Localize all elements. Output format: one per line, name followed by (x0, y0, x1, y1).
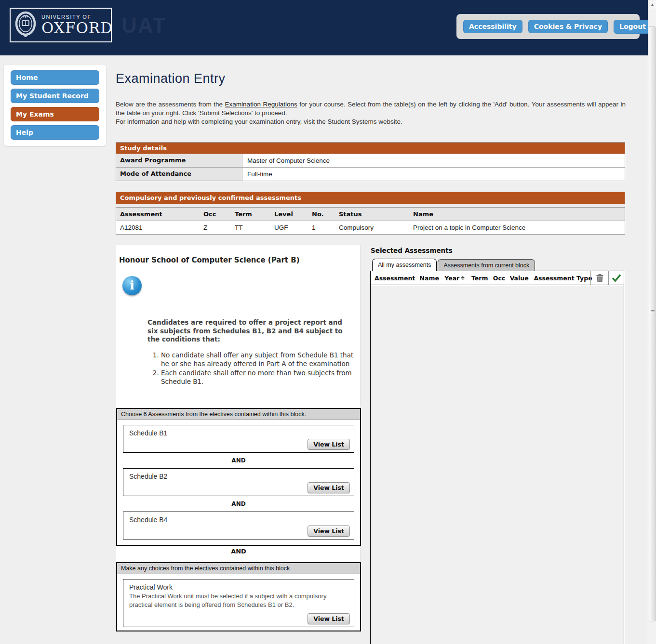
schedule-b1-box: Schedule B1 View List (123, 425, 354, 453)
tab-assessments-from-current-block[interactable]: Assessments from current block (438, 259, 535, 271)
col-level: Level (270, 208, 308, 221)
col-assessment-type: Assessment Type (530, 275, 590, 282)
course-requirements-text: Candidates are required to offer a proje… (147, 318, 349, 344)
oxford-crest-icon (14, 11, 37, 39)
practical-work-box: Practical Work The Practical Work unit m… (123, 579, 354, 627)
and-separator: AND (123, 457, 354, 464)
schedule-b1-label: Schedule B1 (123, 425, 354, 437)
course-conditions-list: No candidate shall offer any subject fro… (147, 351, 354, 387)
intro-text: Below are the assessments from the Exami… (116, 100, 626, 127)
col-occ: Occ (489, 275, 506, 282)
selected-assessments-panel: Selected Assessments All my assessments … (370, 245, 624, 644)
tab-all-my-assessments[interactable]: All my assessments (372, 259, 437, 271)
view-list-button-b4[interactable]: View List (308, 526, 350, 537)
examination-regulations-link[interactable]: Examination Regulations (225, 101, 297, 108)
scroll-up-arrow[interactable]: ▲ (649, 1, 656, 9)
confirmed-assessments-table: Compulsory and previously confirmed asse… (116, 192, 625, 235)
col-assessment: Assessment (116, 208, 200, 221)
confirmed-column-headers: Assessment Occ Term Level No. Status Nam… (116, 207, 625, 221)
mode-of-attendance-label: Mode of Attendance (116, 168, 242, 181)
info-icon[interactable]: i (122, 276, 142, 295)
view-list-button-b2[interactable]: View List (308, 482, 350, 493)
sidebar-item-home[interactable]: Home (11, 70, 99, 85)
vertical-scrollbar[interactable]: ▲ (648, 0, 656, 644)
col-name: Name (416, 275, 441, 282)
scrollbar-thumb[interactable] (649, 26, 656, 621)
practical-work-description: The Practical Work unit must be selected… (123, 592, 354, 609)
cell-occ: Z (200, 221, 231, 234)
confirm-column-header[interactable] (608, 271, 624, 285)
award-programme-value: Master of Computer Science (242, 154, 625, 167)
page-title: Examination Entry (116, 71, 226, 86)
logout-label: Logout (619, 23, 646, 30)
col-name: Name (409, 208, 625, 221)
check-icon (612, 274, 621, 282)
schedule-b2-label: Schedule B2 (123, 469, 354, 480)
oxford-logo[interactable]: UNIVERSITY OF OXFORD (10, 8, 112, 42)
logo-oxford: OXFORD (41, 20, 113, 36)
intro-line2: For information and help with completing… (116, 118, 402, 125)
study-details-header: Study details (116, 143, 625, 154)
schedule-b2-box: Schedule B2 View List (123, 468, 354, 496)
choose-block-header: Choose 6 Assessments from the electives … (117, 409, 360, 420)
table-spacer-row (116, 203, 625, 207)
cell-name: Project on a topic in Computer Science (409, 221, 625, 234)
any-choices-block: Make any choices from the electives cont… (116, 562, 361, 631)
and-separator-between-blocks: AND (116, 548, 361, 555)
choose-assessments-block: Choose 6 Assessments from the electives … (116, 408, 361, 546)
sidebar-item-my-student-record[interactable]: My Student Record (11, 89, 99, 103)
condition-item: Each candidate shall offer no more than … (161, 369, 354, 386)
cell-assessment: A12081 (116, 221, 200, 234)
selected-tabs: All my assessments Assessments from curr… (372, 259, 535, 271)
course-title: Honour School of Computer Science (Part … (119, 256, 300, 264)
selected-column-headers: Assessment Name Year Term Occ Value Asse… (370, 271, 624, 285)
sort-icon (461, 276, 465, 280)
cookies-privacy-button[interactable]: Cookies & Privacy (528, 20, 608, 33)
col-no: No. (308, 208, 335, 221)
environment-label: UAT (121, 13, 166, 38)
table-row: Award Programme Master of Computer Scien… (116, 154, 625, 167)
confirmed-assessments-header: Compulsory and previously confirmed asse… (116, 192, 625, 203)
col-year-label: Year (444, 275, 459, 282)
schedule-b4-label: Schedule B4 (123, 512, 354, 524)
and-separator: AND (123, 500, 354, 507)
cell-no: 1 (308, 221, 335, 234)
sidebar: Home My Student Record My Exams Help (4, 65, 106, 146)
cell-term: TT (231, 221, 270, 234)
col-occ: Occ (200, 208, 231, 221)
intro-pre: Below are the assessments from the (116, 101, 225, 108)
col-year-sortable[interactable]: Year (441, 275, 468, 282)
table-row: A12081 Z TT UGF 1 Compulsory Project on … (116, 221, 625, 234)
any-block-header: Make any choices from the electives cont… (117, 563, 360, 574)
accessibility-button[interactable]: Accessibility (463, 20, 522, 33)
col-term: Term (231, 208, 270, 221)
cell-status: Compulsory (335, 221, 409, 234)
selected-assessments-table: Assessment Name Year Term Occ Value Asse… (370, 271, 624, 644)
course-panel: Honour School of Computer Science (Part … (116, 245, 361, 631)
selected-assessments-title: Selected Assessments (371, 247, 453, 254)
sidebar-item-help[interactable]: Help (11, 125, 99, 140)
condition-item: No candidate shall offer any subject fro… (161, 351, 354, 368)
app-header: UNIVERSITY OF OXFORD UAT Accessibility C… (0, 0, 656, 55)
col-value: Value (506, 275, 530, 282)
sidebar-item-my-exams[interactable]: My Exams (11, 107, 99, 121)
study-details-table: Study details Award Programme Master of … (116, 142, 625, 181)
practical-work-label: Practical Work (123, 579, 354, 592)
view-list-button-b1[interactable]: View List (308, 439, 350, 450)
delete-column-header[interactable] (590, 271, 608, 285)
col-assessment: Assessment (371, 275, 416, 282)
col-status: Status (335, 208, 409, 221)
scrollbar-grip (651, 309, 655, 313)
cell-level: UGF (270, 221, 308, 234)
mode-of-attendance-value: Full-time (242, 168, 625, 181)
view-list-button-practical[interactable]: View List (308, 613, 350, 624)
col-term: Term (468, 275, 489, 282)
award-programme-label: Award Programme (116, 154, 242, 167)
schedule-b4-box: Schedule B4 View List (123, 512, 354, 539)
selected-assessments-empty-body (370, 285, 624, 644)
trash-icon (596, 274, 603, 282)
selection-columns: Honour School of Computer Science (Part … (116, 245, 625, 644)
header-button-tray: Accessibility Cookies & Privacy Logout (456, 14, 640, 39)
table-row: Mode of Attendance Full-time (116, 167, 625, 181)
